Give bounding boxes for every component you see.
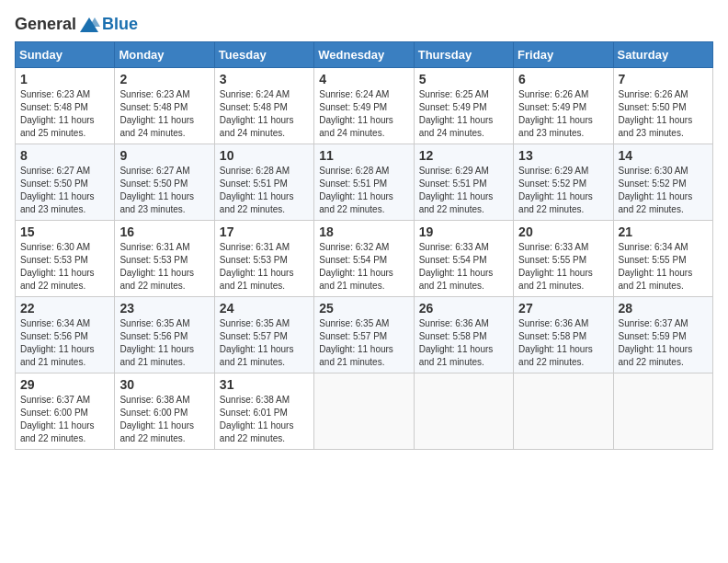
day-cell: 20Sunrise: 6:33 AMSunset: 5:55 PMDayligh…	[514, 221, 613, 297]
header-sunday: Sunday	[16, 42, 115, 68]
day-cell: 18Sunrise: 6:32 AMSunset: 5:54 PMDayligh…	[314, 221, 414, 297]
day-number: 31	[220, 377, 309, 392]
week-row-3: 15Sunrise: 6:30 AMSunset: 5:53 PMDayligh…	[16, 221, 713, 297]
day-info: Sunrise: 6:23 AMSunset: 5:48 PMDaylight:…	[20, 88, 109, 140]
day-cell: 3Sunrise: 6:24 AMSunset: 5:48 PMDaylight…	[214, 68, 313, 144]
day-info: Sunrise: 6:27 AMSunset: 5:50 PMDaylight:…	[119, 165, 209, 216]
day-number: 27	[518, 301, 608, 316]
day-info: Sunrise: 6:32 AMSunset: 5:54 PMDaylight:…	[319, 241, 408, 293]
day-number: 26	[419, 301, 508, 316]
day-info: Sunrise: 6:33 AMSunset: 5:55 PMDaylight:…	[518, 241, 608, 293]
day-info: Sunrise: 6:23 AMSunset: 5:48 PMDaylight:…	[119, 88, 209, 140]
day-cell: 21Sunrise: 6:34 AMSunset: 5:55 PMDayligh…	[613, 221, 712, 297]
day-cell: 1Sunrise: 6:23 AMSunset: 5:48 PMDaylight…	[16, 68, 115, 144]
header-tuesday: Tuesday	[214, 42, 313, 68]
day-info: Sunrise: 6:30 AMSunset: 5:53 PMDaylight:…	[20, 241, 109, 293]
day-cell: 7Sunrise: 6:26 AMSunset: 5:50 PMDaylight…	[613, 68, 712, 144]
day-cell: 5Sunrise: 6:25 AMSunset: 5:49 PMDaylight…	[414, 68, 513, 144]
day-info: Sunrise: 6:29 AMSunset: 5:52 PMDaylight:…	[518, 165, 608, 216]
day-info: Sunrise: 6:37 AMSunset: 6:00 PMDaylight:…	[20, 394, 109, 445]
day-cell: 30Sunrise: 6:38 AMSunset: 6:00 PMDayligh…	[115, 373, 214, 450]
day-cell: 12Sunrise: 6:29 AMSunset: 5:51 PMDayligh…	[414, 144, 513, 221]
day-info: Sunrise: 6:35 AMSunset: 5:57 PMDaylight:…	[220, 317, 309, 369]
day-info: Sunrise: 6:37 AMSunset: 5:59 PMDaylight:…	[619, 317, 708, 369]
day-number: 4	[319, 72, 408, 86]
calendar-table: SundayMondayTuesdayWednesdayThursdayFrid…	[15, 41, 713, 450]
day-number: 3	[220, 72, 309, 86]
day-cell: 19Sunrise: 6:33 AMSunset: 5:54 PMDayligh…	[414, 221, 513, 297]
day-cell	[314, 373, 414, 450]
day-cell: 9Sunrise: 6:27 AMSunset: 5:50 PMDaylight…	[115, 144, 214, 221]
day-cell: 22Sunrise: 6:34 AMSunset: 5:56 PMDayligh…	[16, 297, 115, 373]
header-monday: Monday	[115, 42, 214, 68]
day-info: Sunrise: 6:38 AMSunset: 6:00 PMDaylight:…	[119, 394, 209, 445]
day-number: 5	[419, 72, 508, 86]
day-number: 29	[20, 377, 109, 392]
day-info: Sunrise: 6:26 AMSunset: 5:50 PMDaylight:…	[619, 88, 708, 140]
day-info: Sunrise: 6:38 AMSunset: 6:01 PMDaylight:…	[220, 394, 309, 445]
day-cell: 27Sunrise: 6:36 AMSunset: 5:58 PMDayligh…	[514, 297, 613, 373]
day-cell: 29Sunrise: 6:37 AMSunset: 6:00 PMDayligh…	[16, 373, 115, 450]
day-info: Sunrise: 6:31 AMSunset: 5:53 PMDaylight:…	[119, 241, 209, 293]
day-info: Sunrise: 6:36 AMSunset: 5:58 PMDaylight:…	[518, 317, 608, 369]
week-row-2: 8Sunrise: 6:27 AMSunset: 5:50 PMDaylight…	[16, 144, 713, 221]
day-cell: 24Sunrise: 6:35 AMSunset: 5:57 PMDayligh…	[214, 297, 313, 373]
day-number: 10	[220, 148, 309, 163]
day-info: Sunrise: 6:26 AMSunset: 5:49 PMDaylight:…	[518, 88, 608, 140]
day-info: Sunrise: 6:25 AMSunset: 5:49 PMDaylight:…	[419, 88, 508, 140]
day-number: 11	[319, 148, 408, 163]
day-number: 30	[119, 377, 209, 392]
day-cell: 6Sunrise: 6:26 AMSunset: 5:49 PMDaylight…	[514, 68, 613, 144]
week-row-5: 29Sunrise: 6:37 AMSunset: 6:00 PMDayligh…	[16, 373, 713, 450]
logo-general: General	[15, 15, 76, 34]
day-cell	[414, 373, 513, 450]
day-cell: 13Sunrise: 6:29 AMSunset: 5:52 PMDayligh…	[514, 144, 613, 221]
day-cell: 10Sunrise: 6:28 AMSunset: 5:51 PMDayligh…	[214, 144, 313, 221]
day-number: 24	[220, 301, 309, 316]
day-cell: 31Sunrise: 6:38 AMSunset: 6:01 PMDayligh…	[214, 373, 313, 450]
day-number: 16	[119, 224, 209, 239]
header-friday: Friday	[514, 42, 613, 68]
day-number: 15	[20, 224, 109, 239]
day-cell: 14Sunrise: 6:30 AMSunset: 5:52 PMDayligh…	[613, 144, 712, 221]
day-info: Sunrise: 6:34 AMSunset: 5:56 PMDaylight:…	[20, 317, 109, 369]
header-saturday: Saturday	[613, 42, 712, 68]
day-cell: 16Sunrise: 6:31 AMSunset: 5:53 PMDayligh…	[115, 221, 214, 297]
header-wednesday: Wednesday	[314, 42, 414, 68]
day-info: Sunrise: 6:28 AMSunset: 5:51 PMDaylight:…	[319, 165, 408, 216]
day-number: 9	[119, 148, 209, 163]
day-cell: 28Sunrise: 6:37 AMSunset: 5:59 PMDayligh…	[613, 297, 712, 373]
day-cell	[514, 373, 613, 450]
day-info: Sunrise: 6:27 AMSunset: 5:50 PMDaylight:…	[20, 165, 109, 216]
week-row-4: 22Sunrise: 6:34 AMSunset: 5:56 PMDayligh…	[16, 297, 713, 373]
day-number: 20	[518, 224, 608, 239]
day-info: Sunrise: 6:28 AMSunset: 5:51 PMDaylight:…	[220, 165, 309, 216]
day-number: 23	[119, 301, 209, 316]
day-number: 25	[319, 301, 408, 316]
day-cell: 11Sunrise: 6:28 AMSunset: 5:51 PMDayligh…	[314, 144, 414, 221]
day-info: Sunrise: 6:34 AMSunset: 5:55 PMDaylight:…	[619, 241, 708, 293]
day-cell: 8Sunrise: 6:27 AMSunset: 5:50 PMDaylight…	[16, 144, 115, 221]
header-thursday: Thursday	[414, 42, 513, 68]
day-info: Sunrise: 6:29 AMSunset: 5:51 PMDaylight:…	[419, 165, 508, 216]
day-cell: 26Sunrise: 6:36 AMSunset: 5:58 PMDayligh…	[414, 297, 513, 373]
day-info: Sunrise: 6:24 AMSunset: 5:49 PMDaylight:…	[319, 88, 408, 140]
day-number: 1	[20, 72, 109, 86]
day-number: 7	[619, 72, 708, 86]
day-number: 8	[20, 148, 109, 163]
logo-blue: Blue	[102, 15, 138, 34]
day-cell: 25Sunrise: 6:35 AMSunset: 5:57 PMDayligh…	[314, 297, 414, 373]
day-cell: 17Sunrise: 6:31 AMSunset: 5:53 PMDayligh…	[214, 221, 313, 297]
day-cell: 2Sunrise: 6:23 AMSunset: 5:48 PMDaylight…	[115, 68, 214, 144]
day-number: 13	[518, 148, 608, 163]
day-info: Sunrise: 6:31 AMSunset: 5:53 PMDaylight:…	[220, 241, 309, 293]
day-info: Sunrise: 6:35 AMSunset: 5:57 PMDaylight:…	[319, 317, 408, 369]
logo: General Blue	[15, 15, 138, 34]
week-row-1: 1Sunrise: 6:23 AMSunset: 5:48 PMDaylight…	[16, 68, 713, 144]
day-number: 19	[419, 224, 508, 239]
day-number: 17	[220, 224, 309, 239]
day-cell: 15Sunrise: 6:30 AMSunset: 5:53 PMDayligh…	[16, 221, 115, 297]
header-row: SundayMondayTuesdayWednesdayThursdayFrid…	[16, 42, 713, 68]
day-info: Sunrise: 6:36 AMSunset: 5:58 PMDaylight:…	[419, 317, 508, 369]
day-cell: 23Sunrise: 6:35 AMSunset: 5:56 PMDayligh…	[115, 297, 214, 373]
